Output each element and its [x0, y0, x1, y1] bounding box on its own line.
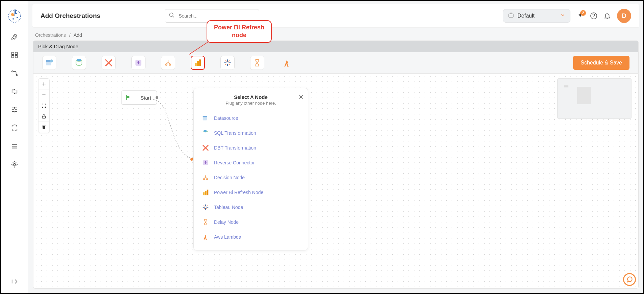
nav-rocket-icon[interactable] — [10, 32, 19, 41]
palette-reverse-connector[interactable] — [131, 56, 145, 70]
help-icon[interactable] — [590, 12, 597, 20]
palette-decision-node[interactable] — [161, 56, 175, 70]
svg-rect-7 — [15, 52, 17, 54]
lock-canvas-button[interactable] — [38, 111, 49, 122]
svg-point-28 — [165, 64, 167, 65]
breadcrumb: Orchestrations / Add — [28, 28, 643, 41]
start-node-handle[interactable] — [156, 96, 158, 99]
canvas-toolbar — [38, 78, 50, 133]
palette-aws-lambda[interactable] — [280, 56, 294, 70]
nav-transformations-icon[interactable] — [10, 87, 19, 96]
svg-point-4 — [17, 17, 18, 18]
node-palette: Schedule & Save — [33, 52, 638, 73]
close-icon[interactable] — [298, 94, 304, 101]
schedule-save-button[interactable]: Schedule & Save — [573, 56, 629, 70]
left-sidebar — [1, 1, 28, 293]
svg-rect-20 — [509, 14, 513, 17]
node-panel-title: Select A Node — [199, 94, 302, 100]
sidebar-collapse-icon[interactable] — [10, 277, 19, 286]
nav-sync-icon[interactable] — [10, 124, 19, 132]
svg-point-29 — [169, 64, 170, 65]
canvas-minimap[interactable] — [557, 78, 632, 119]
start-node-label: Start — [135, 95, 157, 101]
nav-settings-icon[interactable] — [10, 160, 19, 169]
chevron-down-icon — [560, 12, 565, 19]
svg-line-19 — [173, 16, 175, 18]
fit-view-button[interactable] — [38, 100, 49, 111]
svg-rect-26 — [77, 59, 81, 61]
dbt-icon — [201, 143, 210, 152]
lambda-icon — [201, 233, 210, 241]
palette-dbt-transformation[interactable] — [102, 56, 116, 70]
svg-rect-8 — [11, 56, 14, 58]
decision-icon — [201, 173, 210, 182]
svg-rect-47 — [205, 191, 207, 195]
svg-rect-9 — [15, 56, 17, 58]
svg-point-45 — [207, 179, 208, 180]
node-panel-subtitle: Plug any other node here. — [199, 101, 302, 106]
delete-button[interactable] — [38, 122, 49, 133]
svg-rect-36 — [42, 116, 45, 118]
search-icon — [169, 12, 175, 20]
palette-datasource[interactable] — [42, 56, 56, 70]
callout-power-bi: Power BI Refresh node — [207, 20, 272, 43]
node-option-reverse-connector[interactable]: Reverse Connector — [198, 156, 303, 170]
node-option-datasource[interactable]: Datasource — [198, 111, 303, 125]
svg-rect-6 — [11, 52, 14, 54]
node-option-delay-node[interactable]: Delay Node — [198, 215, 303, 229]
orchestration-canvas[interactable]: Start Select A Node Plug any other node … — [33, 74, 639, 289]
svg-point-3 — [16, 13, 17, 14]
app-logo — [8, 9, 21, 23]
zoom-in-button[interactable] — [38, 79, 49, 89]
sparkle-notifications-icon[interactable]: 2 — [576, 12, 584, 20]
svg-point-5 — [12, 18, 14, 20]
nav-logs-icon[interactable] — [10, 142, 19, 151]
reverse-connector-icon — [201, 158, 210, 167]
svg-point-10 — [11, 71, 13, 72]
palette-sql-transformation[interactable] — [72, 56, 86, 70]
node-option-sql-transformation[interactable]: SQL Transformation — [198, 126, 303, 140]
bell-icon[interactable] — [603, 12, 611, 20]
svg-point-1 — [8, 10, 21, 22]
svg-point-44 — [204, 179, 205, 180]
chat-fab[interactable] — [623, 273, 636, 286]
delay-icon — [201, 218, 210, 226]
svg-point-17 — [14, 163, 16, 165]
palette-tableau-node[interactable] — [220, 56, 235, 70]
svg-point-13 — [14, 111, 15, 112]
breadcrumb-parent[interactable]: Orchestrations — [35, 32, 66, 38]
start-node[interactable]: Start — [121, 90, 157, 105]
node-option-aws-lambda[interactable]: Aws Lambda — [198, 230, 303, 244]
zoom-out-button[interactable] — [38, 89, 49, 100]
page-title: Add Orchestrations — [41, 12, 100, 20]
select-node-panel: Select A Node Plug any other node here. … — [193, 88, 308, 250]
node-option-dbt-transformation[interactable]: DBT Transformation — [198, 141, 303, 155]
briefcase-icon — [508, 12, 514, 20]
sql-icon — [201, 129, 210, 137]
node-option-decision-node[interactable]: Decision Node — [198, 170, 303, 185]
node-option-tableau-node[interactable]: Tableau Node — [198, 200, 303, 214]
nav-pipelines-icon[interactable] — [10, 69, 19, 78]
datasource-icon — [201, 114, 210, 123]
nav-orchestration-icon[interactable] — [10, 105, 19, 114]
svg-rect-32 — [199, 59, 201, 66]
power-bi-icon — [201, 188, 210, 197]
palette-delay-node[interactable] — [250, 56, 264, 70]
workspace-selector[interactable]: Default — [503, 9, 570, 23]
tableau-icon — [201, 203, 210, 212]
user-avatar[interactable]: D — [617, 9, 631, 23]
svg-rect-42 — [204, 130, 207, 132]
svg-rect-40 — [203, 116, 207, 117]
svg-point-12 — [14, 107, 15, 108]
nav-dashboard-icon[interactable] — [10, 51, 19, 59]
breadcrumb-current: Add — [74, 32, 82, 38]
edge-endpoint[interactable] — [190, 158, 193, 161]
flag-icon — [122, 91, 135, 104]
svg-point-2 — [11, 13, 14, 16]
node-option-power-bi-refresh[interactable]: Power Bi Refresh Node — [198, 185, 303, 199]
svg-point-18 — [170, 13, 173, 17]
notification-badge: 2 — [580, 10, 586, 16]
svg-point-11 — [16, 75, 17, 76]
workspace-name: Default — [517, 13, 535, 19]
svg-point-24 — [50, 59, 53, 62]
